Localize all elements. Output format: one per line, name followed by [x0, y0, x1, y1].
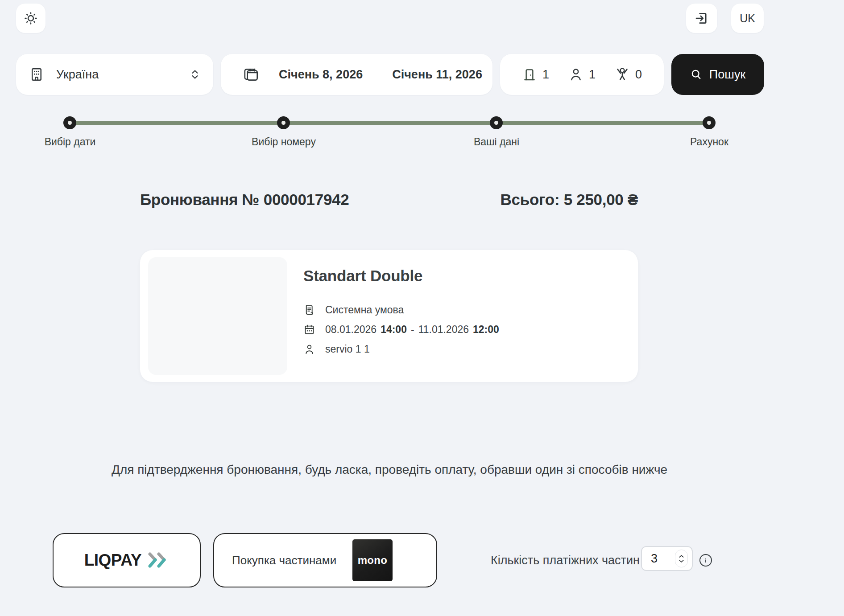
hotel-select-value: Україна	[56, 68, 189, 82]
room-condition-row: Системна умова	[303, 300, 499, 320]
person-icon	[303, 343, 315, 355]
stay-date-to: 11.01.2026	[418, 324, 469, 336]
room-content: Standart Double Системна умова	[303, 267, 499, 359]
room-name: Standart Double	[303, 267, 499, 285]
step-label-invoice: Рахунок	[690, 136, 728, 148]
booking-total: Всього: 5 250,00 ₴	[501, 191, 638, 209]
mono-installments-button[interactable]: Покупка частинами mono	[213, 533, 437, 587]
language-label: UK	[740, 12, 755, 25]
parts-count-label: Кількість платіжних частин	[491, 533, 640, 587]
room-card: Standart Double Системна умова	[140, 250, 638, 382]
search-bar: Україна Січень 8, 2026 Січень 11, 2026	[16, 54, 764, 95]
stay-time-to: 12:00	[473, 324, 499, 336]
stepper-dot-3	[490, 116, 503, 129]
room-guests-row: servio 1 1	[303, 339, 499, 359]
booking-heading: Бронювання № 0000017942 Всього: 5 250,00…	[140, 191, 638, 209]
liqpay-button[interactable]: LIQPAY	[53, 533, 201, 587]
stay-range-separator: -	[411, 324, 414, 336]
guests-segment: 1 1 0	[500, 54, 664, 95]
check-in-date[interactable]: Січень 8, 2026	[279, 68, 363, 82]
sun-icon	[23, 11, 38, 26]
chevron-down-icon	[679, 559, 684, 563]
room-condition: Системна умова	[325, 304, 404, 316]
calendar-grid-icon	[303, 324, 315, 336]
login-button[interactable]	[686, 4, 717, 33]
chevron-up-icon	[679, 554, 684, 558]
adults-count: 1	[589, 68, 596, 82]
step-label-date: Вибір дати	[45, 136, 96, 148]
door-icon	[522, 67, 537, 82]
building-icon	[29, 66, 45, 82]
person-icon	[568, 67, 583, 82]
dates-segment: Січень 8, 2026 Січень 11, 2026	[221, 54, 492, 95]
search-icon	[690, 68, 703, 81]
stepper-track	[70, 121, 709, 125]
hotel-select[interactable]: Україна	[16, 54, 213, 95]
chevron-up-down-icon	[189, 68, 201, 81]
calendar-icon	[242, 66, 260, 83]
adults-counter[interactable]: 1	[568, 67, 596, 82]
room-dates-row: 08.01.2026 14:00 - 11.01.2026 12:00	[303, 320, 499, 339]
progress-stepper: Вибір дати Вибір номеру Ваші дані Рахуно…	[0, 116, 844, 148]
mono-logo: mono	[352, 539, 393, 581]
room-guests: servio 1 1	[325, 343, 370, 355]
liqpay-chevrons-icon	[147, 551, 169, 570]
payment-instruction: Для підтвердження бронювання, будь ласка…	[102, 460, 677, 480]
parts-count-field	[641, 546, 693, 571]
children-counter[interactable]: 0	[615, 67, 642, 82]
parts-count-input[interactable]	[651, 552, 666, 566]
step-label-room: Вибір номеру	[252, 136, 316, 148]
stay-date-from: 08.01.2026	[325, 324, 376, 336]
check-out-date[interactable]: Січень 11, 2026	[392, 68, 482, 82]
stepper-dot-1	[63, 116, 76, 129]
stepper-dot-2	[277, 116, 290, 129]
rooms-count: 1	[542, 68, 549, 82]
theme-toggle-button[interactable]	[16, 4, 46, 33]
mono-logo-label: mono	[358, 554, 388, 567]
children-count: 0	[635, 68, 642, 82]
language-button[interactable]: UK	[731, 4, 764, 33]
login-icon	[694, 11, 709, 26]
parts-info-button[interactable]	[699, 554, 712, 567]
parts-count-stepper[interactable]	[675, 550, 688, 567]
booking-number-title: Бронювання № 0000017942	[140, 191, 349, 209]
child-icon	[615, 67, 630, 82]
search-button-label: Пошук	[709, 68, 745, 82]
rooms-counter[interactable]: 1	[522, 67, 549, 82]
stepper-dot-4	[703, 116, 716, 129]
stay-time-from: 14:00	[381, 324, 407, 336]
payment-options: LIQPAY Покупка частинами mono Кількість …	[0, 533, 844, 587]
installments-label: Покупка частинами	[232, 554, 336, 567]
liqpay-label: LIQPAY	[84, 551, 142, 570]
room-photo-placeholder	[148, 257, 287, 375]
document-icon	[303, 304, 315, 316]
search-button[interactable]: Пошук	[671, 54, 764, 95]
info-icon	[702, 556, 710, 564]
step-label-details: Ваші дані	[474, 136, 519, 148]
